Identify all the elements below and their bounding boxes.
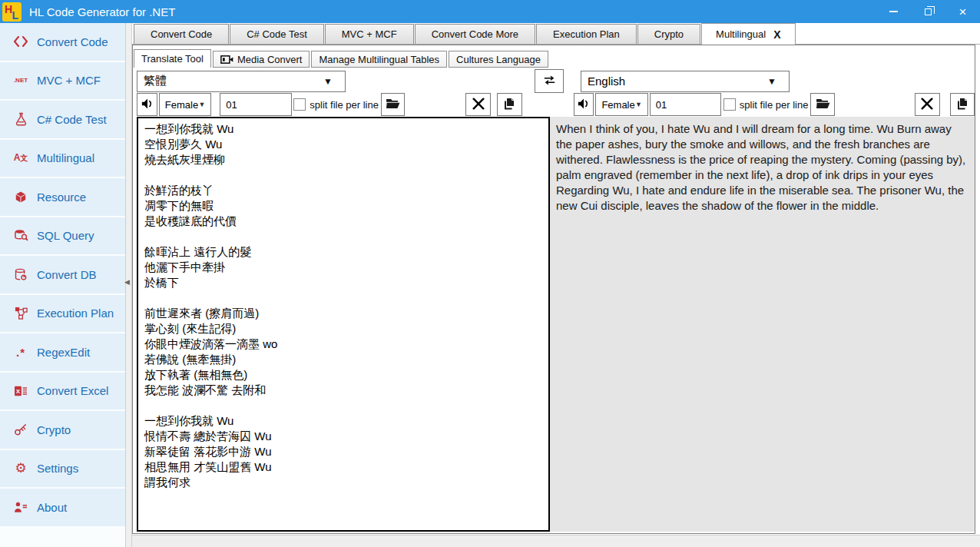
close-button[interactable]: × <box>945 0 980 23</box>
nodes-icon <box>10 307 31 320</box>
target-track-input[interactable] <box>650 93 721 116</box>
source-open-folder-button[interactable] <box>381 93 405 116</box>
subtab-strip: Translate ToolMedia ConvertManage Multil… <box>133 49 975 68</box>
key-icon <box>10 423 31 436</box>
target-speak-button[interactable] <box>574 93 594 116</box>
source-language-value: 繁體 <box>144 74 167 88</box>
restore-icon <box>925 8 932 15</box>
source-voice-value: Female <box>165 99 198 111</box>
swap-icon <box>542 75 557 88</box>
target-split-checkbox[interactable] <box>723 98 736 111</box>
target-split-label: split file per line <box>740 99 809 111</box>
source-language-select[interactable]: 繁體 ▼ <box>137 71 346 92</box>
restore-button[interactable] <box>911 0 945 23</box>
tab-convert-code-more[interactable]: Convert Code More <box>415 24 535 44</box>
tab-convert-code[interactable]: Convert Code <box>134 24 229 44</box>
sidebar-item-label: RegexEdit <box>37 346 90 359</box>
flask-icon <box>10 112 31 126</box>
app-body: Convert Code.NETMVC + MCFC# Code TestA文M… <box>0 23 980 547</box>
sidebar-splitter[interactable]: ◀ <box>125 23 132 547</box>
chevron-down-icon: ▼ <box>198 101 205 108</box>
target-voice-select[interactable]: Female ▼ <box>595 93 647 116</box>
subtab-manage-multilingual-tables[interactable]: Manage Multilingual Tables <box>311 51 447 68</box>
target-clear-button[interactable] <box>915 93 940 116</box>
sidebar-item-execution-plan[interactable]: Execution Plan <box>0 295 125 333</box>
titlebar: HL HL Code Generator for .NET × <box>0 0 980 23</box>
swap-languages-button[interactable] <box>535 69 564 93</box>
target-text-area[interactable]: When I think of you, I hate Wu and I wil… <box>550 117 975 532</box>
tab-label: Crypto <box>654 28 684 40</box>
target-language-select[interactable]: English ▼ <box>581 71 790 92</box>
sidebar-item-about[interactable]: About <box>0 489 125 526</box>
source-speak-button[interactable] <box>137 93 157 116</box>
tab-c-code-test[interactable]: C# Code Test <box>230 24 324 44</box>
subtab-label: Translate Tool <box>141 53 204 65</box>
sidebar-item-regexedit[interactable]: .*RegexEdit <box>0 333 125 371</box>
sidebar-item-label: Multilingual <box>37 151 94 164</box>
source-track-input[interactable] <box>220 93 292 116</box>
source-clear-button[interactable] <box>465 93 491 116</box>
chevron-down-icon: ▼ <box>635 101 642 108</box>
app-logo-icon: HL <box>2 2 22 22</box>
video-camera-icon <box>220 55 233 65</box>
source-split-label: split file per line <box>310 99 379 111</box>
speaker-icon <box>141 98 154 112</box>
tab-label: C# Code Test <box>247 28 307 40</box>
sidebar-item-convert-code[interactable]: Convert Code <box>0 23 125 61</box>
code-icon <box>10 36 31 47</box>
document-tabstrip: Convert CodeC# Code TestMVC + MCFConvert… <box>132 23 980 45</box>
app-window: HL HL Code Generator for .NET × Convert … <box>0 0 980 547</box>
collapse-sidebar-icon[interactable]: ◀ <box>124 278 130 286</box>
sidebar-item-mvc-mcf[interactable]: .NETMVC + MCF <box>0 62 125 100</box>
sidebar-item-label: Settings <box>37 462 78 475</box>
tab-label: Convert Code More <box>432 28 518 40</box>
subtab-label: Cultures Language <box>456 54 541 65</box>
sidebar-item-label: About <box>37 501 67 514</box>
copy-icon <box>503 98 515 112</box>
tab-multilingual[interactable]: MultilingualX <box>701 23 795 45</box>
language-row: 繁體 ▼ English ▼ <box>137 70 975 92</box>
sidebar-item-label: SQL Query <box>37 229 94 242</box>
main-area: Convert CodeC# Code TestMVC + MCFConvert… <box>132 23 980 547</box>
sidebar-item-label: Crypto <box>37 423 71 436</box>
sidebar: Convert Code.NETMVC + MCFC# Code TestA文M… <box>0 23 125 547</box>
sidebar-item-resource[interactable]: Resource <box>0 178 125 216</box>
subtab-translate-tool[interactable]: Translate Tool <box>134 49 211 68</box>
chevron-down-icon: ▼ <box>323 76 333 87</box>
sidebar-item-convert-excel[interactable]: XConvert Excel <box>0 373 125 410</box>
tab-close-icon[interactable]: X <box>773 28 780 41</box>
subtab-cultures-language[interactable]: Cultures Language <box>449 51 548 68</box>
sidebar-item-settings[interactable]: ⚙Settings <box>0 450 125 488</box>
source-voice-select[interactable]: Female ▼ <box>159 93 211 116</box>
clear-x-icon <box>921 98 933 112</box>
sidebar-item-crypto[interactable]: Crypto <box>0 411 125 449</box>
sidebar-item-label: C# Code Test <box>37 113 107 126</box>
chevron-down-icon: ▼ <box>767 76 776 87</box>
target-voice-value: Female <box>601 99 634 111</box>
minimize-button[interactable] <box>876 0 911 23</box>
sidebar-item-label: Execution Plan <box>37 307 114 320</box>
source-split-checkbox[interactable] <box>293 98 306 111</box>
sidebar-item-label: Convert Code <box>37 35 108 48</box>
subtab-media-convert[interactable]: Media Convert <box>213 51 310 68</box>
tab-crypto[interactable]: Crypto <box>637 24 700 44</box>
window-controls: × <box>876 0 980 23</box>
folder-icon <box>386 98 400 111</box>
source-copy-button[interactable] <box>497 93 521 116</box>
excel-icon: X <box>10 385 31 397</box>
target-open-folder-button[interactable] <box>810 93 834 116</box>
tab-execution-plan[interactable]: Execution Plan <box>536 24 637 44</box>
sidebar-item-convert-db[interactable]: Convert DB <box>0 256 125 293</box>
sidebar-item-label: Convert Excel <box>37 384 108 397</box>
source-text-area[interactable]: 一想到你我就 Wu 空恨別夢久 Wu 燒去紙灰埋煙柳 於鮮活的枝丫 凋零下的無暇… <box>137 117 550 532</box>
sidebar-item-sql-query[interactable]: SQL Query <box>0 217 125 255</box>
minimize-icon <box>889 11 898 12</box>
target-copy-button[interactable] <box>950 93 975 116</box>
tab-label: Multilingual <box>716 28 766 40</box>
sidebar-item-c-code-test[interactable]: C# Code Test <box>0 101 125 138</box>
sidebar-item-multilingual[interactable]: A文Multilingual <box>0 140 125 177</box>
clear-x-icon <box>472 98 485 112</box>
folder-icon <box>816 98 830 111</box>
tab-mvc-mcf[interactable]: MVC + MCF <box>325 24 414 44</box>
status-strip <box>132 535 980 547</box>
